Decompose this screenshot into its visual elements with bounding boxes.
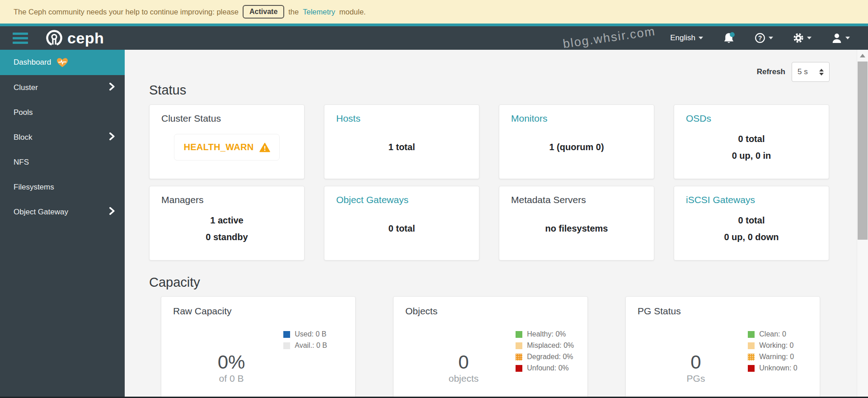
legend-item-avail: Avail.: 0 B: [283, 341, 327, 350]
pg-status-card: PG Status Clean: 0 Working: 0 Warning: 0…: [625, 296, 820, 398]
legend-label: Warning: 0: [759, 353, 794, 361]
legend-swatch: [516, 331, 522, 338]
object-gateways-link[interactable]: Object Gateways: [336, 194, 467, 205]
hosts-card: Hosts 1 total: [324, 104, 479, 179]
legend-item-misplaced: Misplaced: 0%: [516, 341, 574, 350]
sidebar-label-object-gateway: Object Gateway: [14, 208, 68, 217]
capacity-heading: Capacity: [149, 275, 830, 290]
navbar-right: English ?: [670, 32, 868, 44]
health-status-badge[interactable]: HEALTH_WARN: [174, 134, 279, 161]
object-gateways-card: Object Gateways 0 total: [324, 186, 479, 261]
chevron-down-icon: [807, 37, 812, 39]
managers-card: Managers 1 active 0 standby: [149, 186, 305, 261]
activate-button[interactable]: Activate: [243, 5, 284, 19]
monitors-quorum: 1 (quorum 0): [549, 139, 604, 156]
sidebar-item-nfs[interactable]: NFS: [0, 150, 125, 175]
iscsi-gateways-total: 0 total: [738, 212, 765, 229]
raw-capacity-card: Raw Capacity Used: 0 B Avail.: 0 B 0% of…: [161, 296, 356, 398]
bell-icon: [723, 32, 735, 44]
legend-item-healthy: Healthy: 0%: [516, 330, 574, 338]
sidebar-item-object-gateway[interactable]: Object Gateway: [0, 199, 125, 224]
raw-capacity-percent: 0%: [166, 352, 297, 373]
raw-capacity-total: of 0 B: [166, 373, 297, 384]
sidebar-label-filesystems: Filesystems: [14, 183, 54, 192]
cluster-status-title: Cluster Status: [161, 113, 292, 124]
legend-label: Degraded: 0%: [527, 353, 573, 361]
objects-card: Objects Healthy: 0% Misplaced: 0% Degrad…: [393, 296, 588, 398]
help-menu[interactable]: ?: [755, 33, 773, 43]
objects-title: Objects: [405, 306, 576, 317]
pg-unit: PGs: [630, 373, 761, 384]
sidebar-item-pools[interactable]: Pools: [0, 100, 125, 125]
refresh-toolbar: Refresh 5 s: [149, 62, 830, 82]
osds-link[interactable]: OSDs: [686, 113, 817, 124]
chevron-right-icon: [109, 132, 115, 143]
pg-count: 0: [630, 352, 761, 373]
hosts-link[interactable]: Hosts: [336, 113, 467, 124]
sidebar-label-nfs: NFS: [14, 158, 29, 167]
legend-item-clean: Clean: 0: [748, 330, 798, 338]
status-cards-row-1: Cluster Status HEALTH_WARN Hosts 1 total: [149, 104, 830, 179]
chevron-down-icon: [845, 37, 850, 39]
legend-item-working: Working: 0: [748, 341, 798, 350]
objects-value-block: 0 objects: [398, 352, 529, 384]
iscsi-gateways-up-down: 0 up, 0 down: [724, 229, 779, 246]
legend-label: Clean: 0: [759, 330, 786, 338]
ceph-logo-icon: [45, 29, 63, 47]
osds-up-in: 0 up, 0 in: [732, 147, 771, 164]
chevron-right-icon: [109, 207, 115, 218]
help-icon: ?: [755, 33, 765, 43]
language-label: English: [670, 33, 695, 43]
spinner-arrows-icon[interactable]: [819, 69, 824, 76]
hamburger-menu-icon[interactable]: [13, 33, 28, 44]
sidebar-item-filesystems[interactable]: Filesystems: [0, 175, 125, 199]
gear-icon: [793, 33, 804, 43]
refresh-interval-select[interactable]: 5 s: [792, 62, 830, 82]
sidebar-item-cluster[interactable]: Cluster: [0, 75, 125, 100]
hosts-total: 1 total: [389, 139, 415, 156]
raw-capacity-value-block: 0% of 0 B: [166, 352, 297, 384]
pg-status-title: PG Status: [638, 306, 808, 317]
settings-menu[interactable]: [793, 33, 812, 43]
legend-label: Misplaced: 0%: [527, 341, 574, 350]
language-menu[interactable]: English: [670, 33, 703, 43]
telemetry-link[interactable]: Telemetry: [303, 8, 335, 16]
scrollbar-thumb[interactable]: [858, 62, 868, 240]
legend-item-used: Used: 0 B: [283, 330, 327, 338]
objects-unit: objects: [398, 373, 529, 384]
osds-total: 0 total: [738, 131, 765, 147]
monitors-link[interactable]: Monitors: [511, 113, 642, 124]
cluster-status-card: Cluster Status HEALTH_WARN: [149, 104, 305, 179]
iscsi-gateways-link[interactable]: iSCSI Gateways: [686, 194, 817, 205]
legend-swatch: [283, 331, 290, 338]
telemetry-banner: The Ceph community needs your help to co…: [0, 0, 868, 24]
sidebar-label-dashboard: Dashboard: [14, 58, 51, 67]
refresh-interval-value: 5 s: [798, 67, 808, 76]
legend-swatch: [283, 342, 290, 349]
user-menu[interactable]: [831, 33, 850, 43]
brand-name: ceph: [67, 29, 104, 47]
ceph-brand: ceph: [45, 29, 104, 47]
status-heading: Status: [149, 83, 830, 98]
vertical-scrollbar[interactable]: [857, 50, 868, 398]
monitors-card: Monitors 1 (quorum 0): [499, 104, 654, 179]
warning-icon: [259, 142, 270, 152]
user-icon: [831, 33, 842, 43]
metadata-servers-card: Metadata Servers no filesystems: [499, 186, 654, 261]
chevron-down-icon: [769, 37, 773, 39]
managers-standby: 0 standby: [206, 229, 248, 246]
managers-title: Managers: [161, 194, 292, 205]
refresh-label: Refresh: [757, 67, 785, 76]
sidebar-item-dashboard[interactable]: Dashboard: [0, 50, 125, 75]
sidebar-item-block[interactable]: Block: [0, 125, 125, 150]
scroll-up-button[interactable]: [857, 50, 868, 62]
notifications-button[interactable]: [723, 32, 735, 44]
legend-label: Unknown: 0: [759, 364, 798, 372]
osds-card: OSDs 0 total 0 up, 0 in: [674, 104, 829, 179]
legend-swatch: [748, 342, 755, 349]
pg-status-value-block: 0 PGs: [630, 352, 761, 384]
watermark-text: blog.whsir.com: [562, 24, 657, 51]
legend-label: Avail.: 0 B: [295, 341, 327, 350]
heartbeat-icon: [56, 57, 68, 68]
legend-swatch: [748, 331, 755, 338]
